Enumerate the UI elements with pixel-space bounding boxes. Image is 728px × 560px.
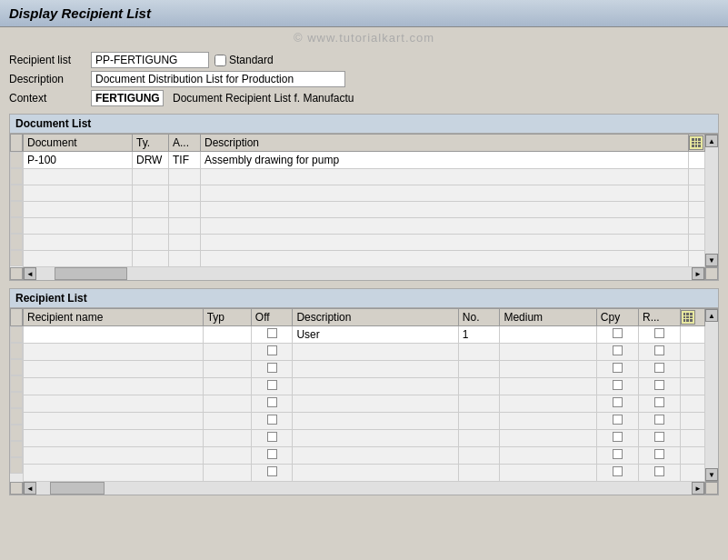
doc-scroll-track-h[interactable] <box>36 267 692 280</box>
rec-off-cb-4[interactable] <box>267 380 277 390</box>
recipient-list-body: Recipient name Typ Off Description No. M… <box>10 308 718 495</box>
rec-empty-row-7 <box>24 447 705 465</box>
rec-col-no: No. <box>458 309 500 326</box>
doc-scroll-left[interactable]: ◄ <box>24 267 36 280</box>
rec-off-cb-3[interactable] <box>267 363 277 373</box>
recipient-list-input[interactable] <box>91 52 209 68</box>
context-label: Context <box>9 92 91 105</box>
description-label: Description <box>9 73 91 85</box>
standard-checkbox[interactable] <box>214 55 226 66</box>
recipient-list-section: Recipient List <box>9 288 719 495</box>
recipient-table-area: Recipient name Typ Off Description No. M… <box>10 308 718 482</box>
doc-scroll-right[interactable]: ► <box>692 267 704 280</box>
rec-r-cb-3[interactable] <box>654 363 664 373</box>
rec-r-cb-5[interactable] <box>654 397 664 407</box>
rec-hscrollbar: ◄ ► <box>23 482 705 495</box>
rec-col-typ: Typ <box>203 309 251 326</box>
rec-scroll-track-h[interactable] <box>36 482 692 495</box>
doc-scroll-up[interactable]: ▲ <box>705 135 718 147</box>
doc-scroll-down[interactable]: ▼ <box>705 254 718 266</box>
doc-cell-scroll-col <box>689 152 705 169</box>
rec-cell-desc-1: User <box>293 326 458 344</box>
doc-col-a: A... <box>169 135 201 152</box>
context-input[interactable] <box>91 90 164 106</box>
rec-off-cb-5[interactable] <box>267 397 277 407</box>
document-list-body: Document Ty. A... Description <box>10 134 718 280</box>
rec-cpy-cb-8[interactable] <box>613 449 623 459</box>
recipient-list-value-group: Standard <box>91 52 274 68</box>
rec-scroll-right[interactable]: ► <box>692 482 704 495</box>
rec-col-off: Off <box>251 309 293 326</box>
doc-col-grid-icon[interactable] <box>689 135 705 152</box>
description-input[interactable] <box>91 71 345 87</box>
rec-empty-row-1 <box>24 344 705 361</box>
doc-table-row: P-100 DRW TIF Assembly drawing for pump <box>24 152 705 169</box>
rec-cell-cpy-1 <box>596 326 638 344</box>
rec-cpy-cb-3[interactable] <box>613 363 623 373</box>
document-table: Document Ty. A... Description <box>23 134 705 267</box>
doc-empty-row-3 <box>24 202 705 218</box>
doc-cell-document: P-100 <box>24 152 133 169</box>
doc-row-selectors <box>10 134 23 267</box>
doc-scroll-track-v[interactable] <box>705 147 718 254</box>
title-bar: Display Recipient List <box>0 0 728 27</box>
document-table-scroll: Document Ty. A... Description <box>23 134 705 267</box>
rec-r-cb-6[interactable] <box>654 415 664 425</box>
standard-checkbox-label: Standard <box>214 54 274 66</box>
rec-off-cb-7[interactable] <box>267 432 277 442</box>
rec-hscroll-row: ◄ ► <box>10 482 718 495</box>
rec-hscroll-corner-left <box>10 482 23 495</box>
rec-col-grid-icon[interactable] <box>680 309 704 326</box>
rec-r-cb-7[interactable] <box>654 432 664 442</box>
rec-hscroll-corner-right <box>705 482 718 495</box>
rec-cpy-cb-4[interactable] <box>613 380 623 390</box>
rec-cpy-cb-2[interactable] <box>613 345 623 355</box>
rec-r-cb-4[interactable] <box>654 380 664 390</box>
rec-row-selectors <box>10 308 23 482</box>
rec-cpy-cb-5[interactable] <box>613 397 623 407</box>
standard-label: Standard <box>229 54 274 66</box>
rec-cpy-cb-9[interactable] <box>613 466 623 476</box>
document-table-area: Document Ty. A... Description <box>10 134 718 267</box>
context-desc: Document Recipient List f. Manufactu <box>173 92 354 105</box>
rec-cell-name-1 <box>24 326 204 344</box>
rec-cpy-checkbox-1[interactable] <box>613 328 623 338</box>
doc-cell-description: Assembly drawing for pump <box>201 152 689 169</box>
rec-cell-medium-1 <box>500 326 596 344</box>
rec-cpy-cb-7[interactable] <box>613 432 623 442</box>
rec-off-cb-8[interactable] <box>267 449 277 459</box>
recipient-list-label: Recipient list <box>9 54 91 66</box>
rec-col-r: R... <box>638 309 680 326</box>
rec-scroll-down[interactable]: ▼ <box>705 468 718 481</box>
doc-empty-row-1 <box>24 169 705 185</box>
rec-off-cb-6[interactable] <box>267 415 277 425</box>
doc-hscrollbar: ◄ ► <box>23 267 705 280</box>
rec-empty-row-5 <box>24 413 705 430</box>
rec-empty-row-3 <box>24 378 705 395</box>
rec-col-cpy: Cpy <box>596 309 638 326</box>
rec-vscrollbar: ▲ ▼ <box>705 308 718 482</box>
doc-empty-row-5 <box>24 235 705 251</box>
rec-scroll-track-v[interactable] <box>705 322 718 468</box>
doc-vscrollbar: ▲ ▼ <box>705 134 718 267</box>
recipient-table: Recipient name Typ Off Description No. M… <box>23 308 705 482</box>
rec-r-cb-8[interactable] <box>654 449 664 459</box>
rec-empty-row-2 <box>24 361 705 378</box>
rec-cell-r-1 <box>638 326 680 344</box>
rec-scroll-up[interactable]: ▲ <box>705 309 718 322</box>
rec-cell-off-1 <box>251 326 293 344</box>
rec-off-cb-9[interactable] <box>267 466 277 476</box>
rec-scroll-left[interactable]: ◄ <box>24 482 36 495</box>
context-row: Context Document Recipient List f. Manuf… <box>9 90 719 106</box>
rec-r-checkbox-1[interactable] <box>654 328 664 338</box>
rec-r-cb-2[interactable] <box>654 345 664 355</box>
doc-empty-row-4 <box>24 218 705 235</box>
rec-off-cb-2[interactable] <box>267 345 277 355</box>
rec-table-row-1: User 1 <box>24 326 705 344</box>
doc-empty-row-6 <box>24 251 705 267</box>
doc-cell-ty: DRW <box>133 152 169 169</box>
rec-off-checkbox-1[interactable] <box>267 328 277 338</box>
rec-cpy-cb-6[interactable] <box>613 415 623 425</box>
recipient-list-row: Recipient list Standard <box>9 52 719 68</box>
rec-r-cb-9[interactable] <box>654 466 664 476</box>
